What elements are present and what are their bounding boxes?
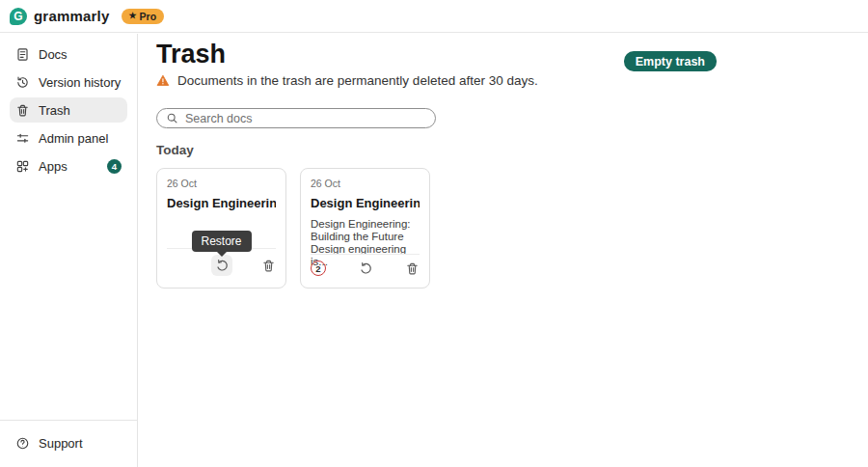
- sidebar-item-label: Trash: [39, 103, 70, 118]
- sidebar-nav: Docs Version history: [0, 34, 137, 179]
- pro-badge-label: Pro: [140, 11, 157, 22]
- date-group-label: Today: [156, 143, 717, 157]
- search-box[interactable]: [156, 108, 436, 128]
- sidebar-item-label: Admin panel: [39, 131, 108, 146]
- search-icon: [166, 112, 178, 124]
- admin-panel-icon: [15, 131, 30, 146]
- trashed-docs-list: 26 Oct Design Engineering… Restore: [156, 168, 717, 288]
- search-input[interactable]: [185, 112, 426, 125]
- grammarly-logo-icon[interactable]: G: [10, 8, 27, 25]
- apps-icon: [15, 159, 30, 174]
- sidebar-item-docs[interactable]: Docs: [10, 41, 127, 67]
- warning-icon: [156, 74, 170, 87]
- trash-warning: Documents in the trash are permanently d…: [156, 73, 717, 88]
- pro-badge: ★ Pro: [122, 9, 165, 24]
- delete-forever-button[interactable]: [405, 261, 420, 276]
- brand-wordmark: grammarly: [34, 8, 110, 24]
- sidebar-item-trash[interactable]: Trash: [10, 97, 127, 123]
- main-content: Trash Empty trash Documents in the trash…: [139, 34, 868, 467]
- app-header: G grammarly ★ Pro: [0, 0, 868, 33]
- restore-button[interactable]: [359, 261, 373, 276]
- doc-preview-line: Design Engineering: Building the Future: [311, 218, 420, 243]
- trashed-doc-card[interactable]: 26 Oct Design Engineering… Restore: [156, 168, 286, 288]
- trash-icon: [15, 103, 30, 118]
- empty-trash-button[interactable]: Empty trash: [624, 51, 717, 71]
- suggestions-count-badge: 2: [311, 261, 326, 276]
- doc-date: 26 Oct: [167, 178, 276, 189]
- card-footer: 2: [311, 254, 420, 283]
- restore-icon: [359, 261, 373, 276]
- sidebar: Docs Version history: [0, 34, 138, 467]
- sidebar-item-support[interactable]: Support: [10, 430, 127, 455]
- delete-forever-button[interactable]: [261, 259, 276, 273]
- sidebar-item-admin-panel[interactable]: Admin panel: [10, 125, 127, 151]
- restore-tooltip: Restore: [191, 231, 251, 252]
- delete-icon: [261, 259, 276, 273]
- delete-icon: [405, 261, 420, 276]
- help-icon: [15, 436, 30, 451]
- star-icon: ★: [129, 12, 137, 20]
- sidebar-item-version-history[interactable]: Version history: [10, 69, 127, 95]
- doc-title: Design Engineering:…: [311, 196, 420, 210]
- docs-icon: [15, 47, 30, 62]
- footer-spacer: [167, 265, 182, 266]
- apps-count-badge: 4: [107, 159, 122, 174]
- sidebar-item-label: Support: [39, 436, 83, 451]
- doc-date: 26 Oct: [311, 178, 420, 189]
- doc-title: Design Engineering…: [167, 196, 276, 210]
- sidebar-item-label: Version history: [39, 75, 121, 90]
- sidebar-item-label: Apps: [39, 159, 68, 174]
- warning-text: Documents in the trash are permanently d…: [177, 73, 538, 88]
- sidebar-footer: Support: [0, 420, 137, 467]
- sidebar-item-label: Docs: [39, 47, 68, 62]
- sidebar-item-apps[interactable]: Apps 4: [10, 153, 127, 179]
- version-history-icon: [15, 75, 30, 90]
- trashed-doc-card[interactable]: 26 Oct Design Engineering:… Design Engin…: [300, 168, 430, 288]
